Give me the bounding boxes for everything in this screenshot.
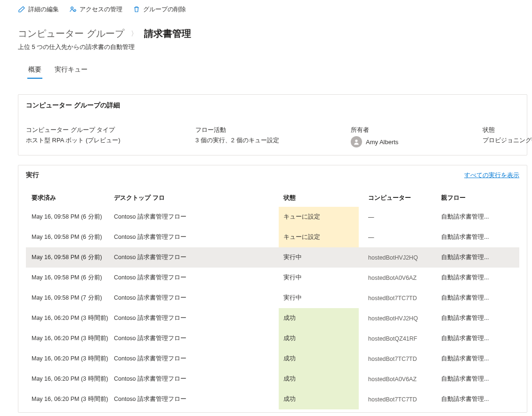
cell-parent-flow: 自動請求書管理... [441, 253, 519, 261]
cell-requested: May 16, 09:58 PM (7 分前) [32, 294, 114, 302]
col-computer[interactable]: コンピューター [368, 194, 441, 202]
cell-flow: Contoso 請求書管理フロー [114, 233, 283, 241]
table-row[interactable]: May 16, 09:58 PM (6 分前)Contoso 請求書管理フローキ… [26, 227, 519, 247]
cell-flow: Contoso 請求書管理フロー [114, 355, 283, 363]
owner-value: Amy Alberts [366, 139, 398, 146]
table-row[interactable]: May 16, 09:58 PM (6 分前)Contoso 請求書管理フローキ… [26, 207, 519, 227]
col-flow[interactable]: デスクトップ フロ [114, 194, 283, 202]
group-details-card: コンピューター グループの詳細 コンピューター グループ タイプ ホスト型 RP… [18, 94, 527, 155]
cell-parent-flow: 自動請求書管理... [441, 213, 519, 221]
table-row[interactable]: May 16, 06:20 PM (3 時間前)Contoso 請求書管理フロー… [26, 349, 519, 369]
cell-computer: — [368, 234, 441, 241]
cell-requested: May 16, 06:20 PM (3 時間前) [32, 395, 114, 403]
cell-requested: May 16, 09:58 PM (6 分前) [32, 233, 114, 241]
edit-details-label: 詳細の編集 [28, 5, 59, 14]
cell-parent-flow: 自動請求書管理... [441, 375, 519, 383]
status-badge: 実行中 [279, 288, 359, 308]
cell-requested: May 16, 06:20 PM (3 時間前) [32, 334, 114, 343]
cell-computer: hostedBotHVJ2HQ [368, 315, 441, 322]
cell-requested: May 16, 09:58 PM (6 分前) [32, 213, 114, 221]
cell-requested: May 16, 09:58 PM (6 分前) [32, 274, 114, 282]
state-value: プロビジョニング中 [483, 136, 532, 145]
col-requested[interactable]: 要求済み [32, 194, 114, 202]
owner-label: 所有者 [351, 126, 454, 134]
cell-flow: Contoso 請求書管理フロー [114, 274, 283, 282]
runs-table-header: 要求済み デスクトップ フロ 状態 コンピューター 親フロー [26, 189, 519, 207]
cell-flow: Contoso 請求書管理フロー [114, 314, 283, 322]
status-badge: キューに設定 [279, 207, 359, 227]
status-badge: 成功 [279, 349, 359, 369]
runs-card: 実行 すべての実行を表示 要求済み デスクトップ フロ 状態 コンピューター 親… [18, 165, 527, 413]
person-icon [353, 139, 360, 145]
avatar [351, 136, 362, 147]
manage-access-button[interactable]: アクセスの管理 [69, 5, 122, 14]
access-icon [69, 6, 77, 13]
col-status[interactable]: 状態 [283, 194, 368, 202]
show-all-runs-link[interactable]: すべての実行を表示 [464, 171, 519, 179]
cell-parent-flow: 自動請求書管理... [441, 314, 519, 322]
status-badge: キューに設定 [279, 227, 359, 247]
toolbar: 詳細の編集 アクセスの管理 グループの削除 [0, 0, 532, 20]
status-badge: 成功 [279, 308, 359, 328]
svg-point-0 [71, 7, 73, 9]
cell-parent-flow: 自動請求書管理... [441, 233, 519, 241]
page-subtitle: 上位 5 つの仕入先からの請求書の自動管理 [18, 43, 532, 51]
cell-flow: Contoso 請求書管理フロー [114, 334, 283, 343]
cell-parent-flow: 自動請求書管理... [441, 355, 519, 363]
cell-parent-flow: 自動請求書管理... [441, 395, 519, 403]
group-details-title: コンピューター グループの詳細 [18, 95, 527, 112]
table-row[interactable]: May 16, 06:20 PM (3 時間前)Contoso 請求書管理フロー… [26, 328, 519, 349]
runs-title: 実行 [26, 171, 39, 179]
status-badge: 実行中 [279, 268, 359, 288]
chevron-right-icon: 〉 [131, 30, 137, 38]
col-parent[interactable]: 親フロー [441, 194, 519, 202]
trash-icon [133, 6, 140, 13]
delete-group-label: グループの削除 [143, 5, 186, 14]
cell-flow: Contoso 請求書管理フロー [114, 375, 283, 383]
breadcrumb-current: 請求書管理 [144, 27, 191, 40]
table-row[interactable]: May 16, 09:58 PM (6 分前)Contoso 請求書管理フロー実… [26, 268, 519, 288]
svg-point-2 [355, 139, 357, 142]
delete-group-button[interactable]: グループの削除 [133, 5, 186, 14]
status-badge: 成功 [279, 369, 359, 389]
status-badge: 成功 [279, 389, 359, 409]
edit-details-button[interactable]: 詳細の編集 [18, 5, 59, 14]
cell-flow: Contoso 請求書管理フロー [114, 213, 283, 221]
table-row[interactable]: May 16, 09:58 PM (7 分前)Contoso 請求書管理フロー実… [26, 288, 519, 308]
cell-computer: hostedBot7TC7TD [368, 356, 441, 362]
tab-queue[interactable]: 実行キュー [55, 63, 88, 79]
svg-point-1 [74, 9, 76, 11]
cell-requested: May 16, 06:20 PM (3 時間前) [32, 314, 114, 322]
cell-computer: hostedBot7TC7TD [368, 295, 441, 302]
cell-flow: Contoso 請求書管理フロー [114, 253, 283, 261]
table-row[interactable]: May 16, 06:20 PM (3 時間前)Contoso 請求書管理フロー… [26, 308, 519, 328]
cell-flow: Contoso 請求書管理フロー [114, 294, 283, 302]
cell-requested: May 16, 09:58 PM (6 分前) [32, 253, 114, 261]
cell-computer: hostedBotA0V6AZ [368, 275, 441, 281]
manage-access-label: アクセスの管理 [80, 5, 122, 14]
cell-requested: May 16, 06:20 PM (3 時間前) [32, 375, 114, 383]
cell-computer: hostedBotHVJ2HQ [368, 254, 441, 261]
breadcrumb-parent[interactable]: コンピューター グループ [18, 27, 124, 40]
cell-flow: Contoso 請求書管理フロー [114, 395, 283, 403]
breadcrumb: コンピューター グループ 〉 請求書管理 [18, 27, 532, 40]
cell-parent-flow: 自動請求書管理... [441, 294, 519, 302]
cell-parent-flow: 自動請求書管理... [441, 274, 519, 282]
state-label: 状態 [483, 126, 532, 134]
flow-activity-label: フロー活動 [195, 126, 322, 134]
flow-activity-value: 3 個の実行、2 個のキュー設定 [195, 136, 322, 145]
tabs: 概要 実行キュー [18, 63, 532, 79]
table-row[interactable]: May 16, 06:20 PM (3 時間前)Contoso 請求書管理フロー… [26, 389, 519, 409]
cell-computer: hostedBot7TC7TD [368, 396, 441, 403]
edit-icon [18, 6, 25, 13]
table-row[interactable]: May 16, 09:58 PM (6 分前)Contoso 請求書管理フロー実… [26, 247, 519, 268]
cell-computer: hostedBotQZ41RF [368, 335, 441, 342]
cell-computer: hostedBotA0V6AZ [368, 376, 441, 383]
tab-overview[interactable]: 概要 [28, 63, 41, 79]
status-badge: 実行中 [279, 247, 359, 268]
group-type-label: コンピューター グループ タイプ [26, 126, 167, 134]
cell-computer: — [368, 214, 441, 220]
status-badge: 成功 [279, 328, 359, 349]
cell-requested: May 16, 06:20 PM (3 時間前) [32, 355, 114, 363]
table-row[interactable]: May 16, 06:20 PM (3 時間前)Contoso 請求書管理フロー… [26, 369, 519, 389]
